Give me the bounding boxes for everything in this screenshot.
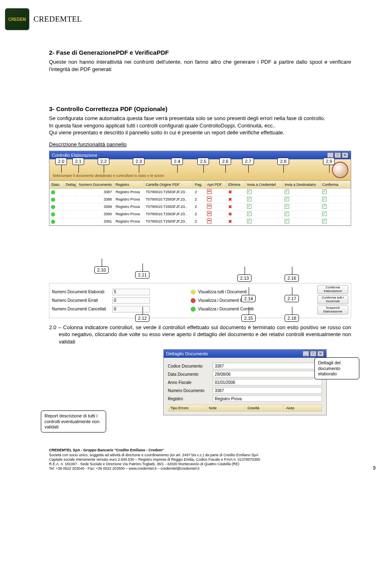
speech-report: Report descrizione di tutti i controlli … — [41, 410, 106, 433]
callout-2-18: 2.18 — [285, 314, 299, 322]
callout-2-12: 2.12 — [135, 314, 149, 322]
toolbar-hint: Selezionare il documento desiderato e co… — [53, 174, 164, 178]
delete-icon[interactable]: ✖ — [228, 219, 233, 224]
logo-badge: CREDEM — [5, 8, 29, 30]
toolbar: Selezionare il documento desiderato e co… — [49, 159, 351, 181]
sospendi-elaborazione-button[interactable]: Sospendi Elaborazione — [317, 305, 348, 314]
window-titlebar: Controllo Elaborazione _□✕ — [49, 151, 351, 159]
screenshot-dettaglio-wrap: Dettaglio Documento _□✕ Codice Documento… — [49, 349, 351, 415]
grid-body: 3387Registro ProvaT0780010.T2583FJF.23..… — [49, 189, 351, 225]
view-all-label[interactable]: Visualizza tutti i Documenti — [198, 290, 247, 294]
status-dot-icon — [51, 212, 55, 216]
delete-icon[interactable]: ✖ — [228, 212, 233, 216]
screenshot-dettaglio-documento: Dettaglio Documento _□✕ Codice Documento… — [163, 349, 327, 415]
detail-subheader: Tipo Errore Note Gravità Aiuto — [168, 404, 322, 412]
status-dot-icon — [51, 190, 55, 194]
magnifier-icon — [332, 162, 348, 178]
data-documento-label: Data Documento — [168, 372, 213, 377]
detail-window-titlebar: Dettaglio Documento _□✕ — [164, 350, 326, 358]
check-icon[interactable] — [285, 204, 289, 209]
codice-documento-label: Codice Documento — [168, 364, 213, 368]
check-icon[interactable] — [247, 204, 252, 209]
detail-window-title: Dettaglio Documento — [166, 351, 208, 356]
callout-2-13: 2.13 — [237, 274, 252, 282]
check-icon[interactable] — [247, 190, 252, 194]
check-icon[interactable] — [322, 190, 327, 194]
view-errati-label[interactable]: Visualizza i Documenti Errati — [198, 298, 250, 303]
anno-fiscale-label: Anno Fiscale — [168, 380, 213, 385]
section1-heading: 2- Fase di GenerazionePDF e VerificaPDF — [49, 49, 351, 56]
callout-2-11: 2.11 — [135, 271, 149, 279]
stat-errati-value — [112, 297, 150, 304]
callout-2-15: 2.15 — [241, 314, 256, 322]
data-documento-field[interactable] — [213, 371, 322, 377]
window-title: Controllo Elaborazione — [52, 153, 97, 158]
delete-icon[interactable]: ✖ — [228, 205, 233, 209]
view-corretti-label[interactable]: Visualizza i Documenti Corretti — [198, 307, 254, 311]
callout-2-16: 2.16 — [285, 274, 299, 282]
check-icon[interactable] — [285, 197, 289, 201]
dot-red-icon — [191, 298, 196, 303]
section2-heading: 3- Controllo Correttezza PDF (Opzionale) — [49, 105, 351, 112]
speech-dettagli: Dettagli del documento elaborato — [314, 357, 359, 379]
page-footer: CREDEMTEL SpA - Gruppo Bancario "Credito… — [49, 448, 351, 471]
section1-body: Queste non hanno interattività nei confr… — [49, 58, 351, 73]
numero-documento-field[interactable] — [213, 387, 322, 394]
conferma-docerrati-button[interactable]: Conferma tutti i DocErrati — [317, 295, 348, 304]
anno-fiscale-field[interactable] — [213, 379, 322, 386]
dot-yellow-icon — [191, 290, 196, 294]
table-row[interactable]: 3389Registro ProvaT0780010.T2583FJF.23..… — [49, 203, 351, 211]
callout-2-10: 2.10 — [94, 266, 109, 274]
stat-elaborati-value — [112, 289, 150, 295]
check-icon[interactable] — [322, 212, 327, 216]
detail-window-buttons[interactable]: _□✕ — [302, 351, 324, 357]
registro-field[interactable] — [213, 395, 322, 402]
numero-documento-label: Numero Documento — [168, 388, 213, 393]
window-buttons[interactable]: _□✕ — [326, 152, 348, 158]
codice-documento-field[interactable] — [213, 363, 322, 369]
dot-green-icon — [191, 307, 196, 312]
page-number: 9 — [373, 465, 376, 471]
check-icon[interactable] — [322, 204, 327, 209]
delete-icon[interactable]: ✖ — [228, 197, 233, 202]
stat-cancellati-value — [112, 306, 150, 312]
check-icon[interactable] — [247, 197, 252, 201]
check-icon[interactable] — [322, 197, 327, 201]
pdf-icon[interactable] — [207, 196, 212, 201]
section2-body: Se configurata come automatica questa fa… — [49, 115, 351, 136]
pdf-icon[interactable] — [207, 204, 212, 209]
item-2-0-text: 2.0 – Colonna indicatore controllo/i, se… — [59, 324, 351, 346]
stat-errati-label: Numero Documenti Errati — [52, 298, 112, 303]
grid-header: Stato Dettagli Numero Documento Registro… — [49, 181, 351, 189]
statistics-strip: 2.10 2.11 2.12 2.13 2.14 2.15 2.16 2.17 … — [49, 283, 351, 318]
table-row[interactable]: 3388Registro ProvaT0780010.T2583FJF.23..… — [49, 196, 351, 203]
pdf-icon[interactable] — [207, 189, 212, 194]
status-dot-icon — [51, 198, 55, 202]
logo-text: CREDEMTEL — [33, 15, 82, 24]
pdf-icon[interactable] — [207, 211, 212, 216]
pdf-icon[interactable] — [207, 219, 212, 223]
check-icon[interactable] — [247, 212, 252, 216]
check-icon[interactable] — [285, 190, 289, 194]
check-icon[interactable] — [285, 219, 289, 223]
table-row[interactable]: 3387Registro ProvaT0780010.T2583FJF.23..… — [49, 189, 351, 196]
section2-subhead: Descrizione funzionalità pannello — [49, 141, 351, 147]
status-dot-icon — [51, 205, 55, 209]
table-row[interactable]: 3391Registro ProvaT0780010.T2583FJF.23..… — [49, 218, 351, 225]
check-icon[interactable] — [322, 219, 327, 223]
delete-icon[interactable]: ✖ — [228, 190, 233, 194]
stat-elaborati-label: Numero Documenti Elaborati — [52, 290, 112, 294]
status-dot-icon — [51, 220, 55, 224]
conferma-elaborazioni-button[interactable]: Conferma Elaborazioni — [317, 285, 348, 294]
header-logo: CREDEM CREDEMTEL — [5, 8, 82, 30]
check-icon[interactable] — [285, 212, 289, 216]
registro-label: Registro — [168, 397, 213, 401]
table-row[interactable]: 3390Registro ProvaT0780010.T2583FJF.23..… — [49, 211, 351, 218]
stat-cancellati-label: Numero Documenti Cancellati — [52, 307, 112, 311]
screenshot-controllo-elaborazione: Controllo Elaborazione _□✕ Selezionare i… — [49, 151, 351, 226]
check-icon[interactable] — [247, 219, 252, 223]
